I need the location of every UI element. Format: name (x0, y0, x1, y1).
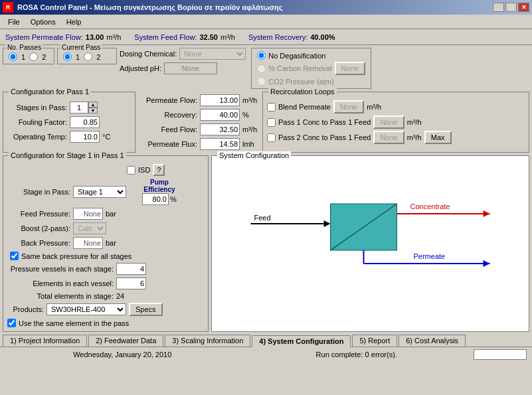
pass1-conc-checkbox[interactable] (267, 118, 276, 127)
products-label: Products: (7, 305, 44, 313)
boost-dropdown[interactable]: Calc (73, 222, 106, 234)
pass2-conc-row: Pass 2 Conc to Pass 1 Feed None m³/h Max (267, 131, 525, 144)
permeate-flow-unit: m³/h (242, 96, 257, 104)
isd-row: ISD ? (127, 164, 204, 176)
no-degasification-radio[interactable] (257, 51, 266, 60)
stage-config-section: Configuration for Stage 1 in Pass 1 ISD … (3, 155, 209, 332)
stage-row: Stage in Pass: Stage 1 PumpEfficiency % (7, 179, 204, 205)
permeate-flow-input[interactable] (200, 94, 240, 106)
main-body: No. Passes 1 2 Current Pass 1 2 Dosing C… (0, 45, 532, 333)
pass2-conc-btn[interactable]: None (373, 131, 404, 144)
menu-help[interactable]: Help (61, 17, 87, 27)
stages-up-button[interactable]: ▲ (88, 102, 98, 108)
tab-feedwater-data[interactable]: 2) Feedwater Data (88, 335, 163, 347)
max-button[interactable]: Max (424, 131, 452, 144)
tab-system-configuration[interactable]: 4) System Configuration (252, 335, 351, 347)
system-recovery-value: 40.00% (310, 33, 335, 41)
stages-spinbox[interactable]: ▲ ▼ (70, 102, 98, 114)
stage-dropdown[interactable]: Stage 1 (73, 186, 126, 198)
products-dropdown[interactable]: SW30HRLE-400 (46, 303, 126, 315)
recirculation-title: Recirculation Loops (268, 88, 337, 96)
menu-options[interactable]: Options (25, 17, 61, 27)
use-same-element-row: Use the same element in the pass (7, 319, 204, 327)
back-pressure-input[interactable] (73, 237, 103, 249)
pass1-conc-btn[interactable]: None (373, 116, 404, 129)
pump-efficiency-input[interactable] (142, 193, 169, 205)
back-pressure-row: Back Pressure: bar (7, 237, 204, 249)
stages-label: Stages in Pass: (7, 104, 67, 112)
pass1-conc-unit: m³/h (407, 118, 422, 126)
status-input[interactable] (474, 349, 527, 360)
feed-flow-input[interactable] (200, 123, 240, 135)
feed-pressure-input[interactable] (73, 208, 103, 220)
specs-button[interactable]: Specs (129, 303, 163, 316)
pass2-conc-unit: m³/h (407, 133, 422, 141)
pass1-conc-row: Pass 1 Conc to Pass 1 Feed None m³/h (267, 116, 525, 129)
elements-label: Elements in each vessel: (7, 279, 114, 287)
adjusted-ph-input[interactable] (164, 62, 217, 74)
carbon-removal-label: % Carbon Removal (268, 64, 331, 72)
blend-permeate-row: Blend Permeate None m³/h (267, 100, 525, 114)
stages-spin-buttons[interactable]: ▲ ▼ (88, 102, 98, 114)
menu-file[interactable]: File (3, 17, 25, 27)
system-recovery-item: System Recovery: 40.00% (248, 33, 335, 41)
svg-text:Concentrate: Concentrate (410, 202, 450, 210)
elements-input[interactable] (116, 277, 146, 289)
minimize-button[interactable]: _ (493, 3, 504, 12)
pump-efficiency-unit: % (170, 195, 177, 203)
temp-row: Operating Temp: °C (7, 131, 131, 143)
close-button[interactable]: ✕ (518, 3, 529, 12)
maximize-button[interactable]: □ (505, 3, 517, 12)
tabs-bar: 1) Project Information 2) Feedwater Data… (0, 333, 532, 347)
svg-marker-6 (484, 210, 490, 217)
fouling-input[interactable] (70, 116, 100, 128)
co2-pressure-radio[interactable] (257, 77, 266, 86)
tab-report[interactable]: 5) Report (352, 335, 397, 347)
permeate-flow-row: Permeate Flow: m³/h (141, 94, 257, 106)
permeate-flux-input[interactable] (200, 138, 240, 150)
tab-project-information[interactable]: 1) Project Information (3, 335, 87, 347)
current-pass-1-radio[interactable] (63, 52, 72, 61)
isd-help-button[interactable]: ? (153, 164, 165, 176)
pass2-conc-checkbox[interactable] (267, 133, 276, 142)
current-pass-1-label: 1 (76, 53, 80, 61)
use-same-element-label: Use the same element in the pass (19, 319, 129, 327)
vessels-input[interactable] (116, 263, 146, 275)
temp-input[interactable] (70, 131, 100, 143)
svg-text:Feed: Feed (254, 214, 271, 222)
title-bar-buttons[interactable]: _ □ ✕ (493, 3, 529, 12)
recovery-input[interactable] (200, 109, 240, 121)
vessels-label: Pressure vessels in each stage: (7, 265, 114, 273)
carbon-removal-btn[interactable]: None (335, 62, 365, 75)
dosing-label: Dosing Chemical: (120, 50, 177, 58)
blend-permeate-label: Blend Permeate (278, 103, 331, 111)
system-feed-flow-item: System Feed Flow: 32.50 m³/h (134, 33, 235, 41)
dosing-dropdown[interactable]: None (179, 48, 246, 60)
system-recovery-label: System Recovery: (248, 33, 308, 41)
feed-pressure-unit: bar (106, 210, 116, 218)
vessels-row: Pressure vessels in each stage: (7, 263, 204, 275)
no-passes-1-radio[interactable] (9, 52, 17, 61)
tab-scaling-information[interactable]: 3) Scaling Information (165, 335, 250, 347)
use-same-element-checkbox[interactable] (7, 319, 16, 327)
blend-permeate-btn[interactable]: None (333, 100, 364, 114)
stages-input[interactable] (70, 102, 88, 114)
carbon-removal-radio[interactable] (257, 64, 266, 73)
recirculation-section: Recirculation Loops Blend Permeate None … (262, 92, 529, 153)
svg-text:Permeate: Permeate (414, 252, 446, 260)
back-pressure-unit: bar (106, 239, 116, 247)
isd-checkbox[interactable] (127, 166, 135, 175)
no-passes-2-radio[interactable] (29, 52, 38, 61)
boost-row: Boost (2-pass): Calc (7, 222, 204, 234)
no-passes-1-label: 1 (21, 53, 25, 61)
stages-down-button[interactable]: ▼ (88, 108, 98, 114)
blend-permeate-checkbox[interactable] (267, 103, 276, 112)
system-feed-flow-unit: m³/h (221, 33, 235, 41)
adjusted-ph-row: Adjusted pH: (120, 62, 246, 74)
current-pass-2-radio[interactable] (84, 52, 92, 61)
same-back-pressure-row: Same back pressure for all stages (10, 252, 204, 260)
same-back-pressure-checkbox[interactable] (10, 252, 19, 260)
status-date: Wednesday, January 20, 2010 (5, 351, 240, 358)
tab-cost-analysis[interactable]: 6) Cost Analysis (399, 335, 466, 347)
no-passes-2-label: 2 (42, 53, 46, 61)
